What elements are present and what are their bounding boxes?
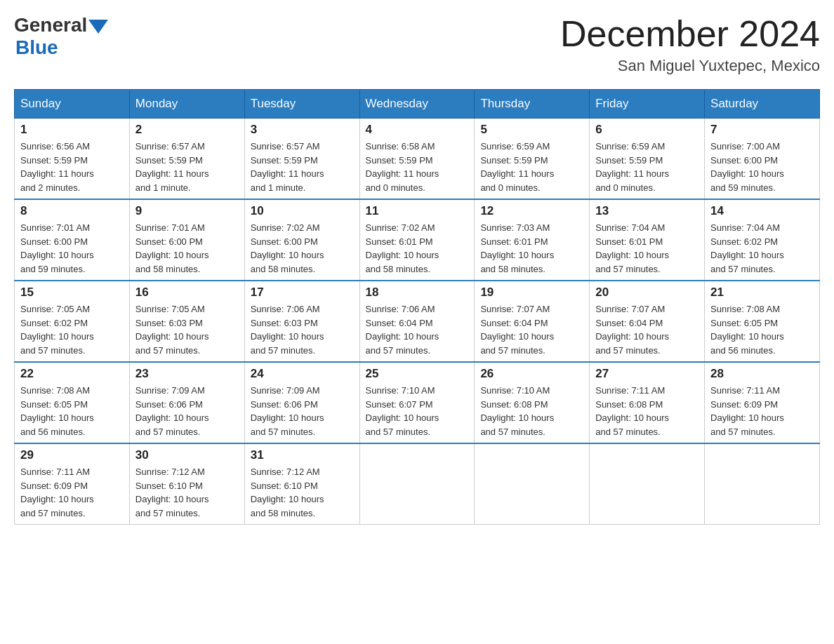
- calendar-cell: 24Sunrise: 7:09 AM Sunset: 6:06 PM Dayli…: [244, 362, 359, 443]
- day-info: Sunrise: 6:58 AM Sunset: 5:59 PM Dayligh…: [366, 140, 469, 194]
- logo: General Blue: [14, 14, 108, 59]
- header-wednesday: Wednesday: [359, 90, 475, 119]
- day-info: Sunrise: 7:03 AM Sunset: 6:01 PM Dayligh…: [480, 221, 583, 276]
- calendar-cell: 2Sunrise: 6:57 AM Sunset: 5:59 PM Daylig…: [129, 119, 244, 200]
- calendar-cell: [359, 443, 475, 525]
- day-info: Sunrise: 7:02 AM Sunset: 6:00 PM Dayligh…: [251, 221, 354, 276]
- day-number: 1: [20, 123, 124, 137]
- calendar-cell: 7Sunrise: 7:00 AM Sunset: 6:00 PM Daylig…: [705, 119, 820, 200]
- day-info: Sunrise: 7:02 AM Sunset: 6:01 PM Dayligh…: [366, 221, 469, 276]
- calendar-cell: [705, 443, 820, 525]
- calendar-cell: 15Sunrise: 7:05 AM Sunset: 6:02 PM Dayli…: [15, 281, 130, 362]
- day-number: 6: [595, 123, 699, 137]
- day-number: 15: [20, 286, 124, 300]
- day-info: Sunrise: 7:10 AM Sunset: 6:07 PM Dayligh…: [366, 384, 469, 438]
- location-title: San Miguel Yuxtepec, Mexico: [560, 57, 820, 75]
- day-number: 10: [251, 204, 354, 218]
- day-info: Sunrise: 7:09 AM Sunset: 6:06 PM Dayligh…: [251, 384, 354, 438]
- day-info: Sunrise: 7:04 AM Sunset: 6:01 PM Dayligh…: [595, 221, 699, 276]
- day-number: 3: [251, 123, 354, 137]
- calendar-cell: 30Sunrise: 7:12 AM Sunset: 6:10 PM Dayli…: [129, 443, 244, 525]
- day-info: Sunrise: 6:59 AM Sunset: 5:59 PM Dayligh…: [595, 140, 699, 194]
- day-info: Sunrise: 7:01 AM Sunset: 6:00 PM Dayligh…: [135, 221, 239, 276]
- day-number: 16: [135, 286, 239, 300]
- calendar-cell: 29Sunrise: 7:11 AM Sunset: 6:09 PM Dayli…: [15, 443, 130, 525]
- calendar-cell: 3Sunrise: 6:57 AM Sunset: 5:59 PM Daylig…: [244, 119, 359, 200]
- day-info: Sunrise: 7:11 AM Sunset: 6:09 PM Dayligh…: [20, 465, 124, 520]
- day-info: Sunrise: 7:11 AM Sunset: 6:08 PM Dayligh…: [595, 384, 699, 438]
- header-thursday: Thursday: [475, 90, 590, 119]
- day-info: Sunrise: 6:57 AM Sunset: 5:59 PM Dayligh…: [135, 140, 239, 194]
- calendar-header-row: Sunday Monday Tuesday Wednesday Thursday…: [15, 90, 820, 119]
- day-info: Sunrise: 7:04 AM Sunset: 6:02 PM Dayligh…: [710, 221, 814, 276]
- calendar-cell: 28Sunrise: 7:11 AM Sunset: 6:09 PM Dayli…: [705, 362, 820, 443]
- day-info: Sunrise: 6:57 AM Sunset: 5:59 PM Dayligh…: [251, 140, 354, 194]
- calendar-cell: 9Sunrise: 7:01 AM Sunset: 6:00 PM Daylig…: [129, 199, 244, 281]
- day-number: 26: [480, 367, 583, 381]
- calendar-cell: 31Sunrise: 7:12 AM Sunset: 6:10 PM Dayli…: [244, 443, 359, 525]
- day-info: Sunrise: 6:59 AM Sunset: 5:59 PM Dayligh…: [480, 140, 583, 194]
- calendar-cell: 16Sunrise: 7:05 AM Sunset: 6:03 PM Dayli…: [129, 281, 244, 362]
- calendar-cell: 12Sunrise: 7:03 AM Sunset: 6:01 PM Dayli…: [475, 199, 590, 281]
- day-info: Sunrise: 7:07 AM Sunset: 6:04 PM Dayligh…: [595, 302, 699, 357]
- day-number: 14: [710, 204, 814, 218]
- day-info: Sunrise: 7:11 AM Sunset: 6:09 PM Dayligh…: [710, 384, 814, 438]
- day-number: 11: [366, 204, 469, 218]
- day-number: 18: [366, 286, 469, 300]
- calendar-cell: 8Sunrise: 7:01 AM Sunset: 6:00 PM Daylig…: [15, 199, 130, 281]
- calendar-week-row: 29Sunrise: 7:11 AM Sunset: 6:09 PM Dayli…: [15, 443, 820, 525]
- day-number: 25: [366, 367, 469, 381]
- day-info: Sunrise: 7:09 AM Sunset: 6:06 PM Dayligh…: [135, 384, 239, 438]
- day-number: 2: [135, 123, 239, 137]
- calendar-cell: 25Sunrise: 7:10 AM Sunset: 6:07 PM Dayli…: [359, 362, 475, 443]
- day-number: 30: [135, 448, 239, 462]
- title-area: December 2024 San Miguel Yuxtepec, Mexic…: [560, 14, 820, 75]
- day-number: 5: [480, 123, 583, 137]
- day-number: 22: [20, 367, 124, 381]
- calendar-week-row: 8Sunrise: 7:01 AM Sunset: 6:00 PM Daylig…: [15, 199, 820, 281]
- day-info: Sunrise: 7:05 AM Sunset: 6:02 PM Dayligh…: [20, 302, 124, 357]
- day-number: 12: [480, 204, 583, 218]
- calendar-cell: [590, 443, 705, 525]
- calendar-table: Sunday Monday Tuesday Wednesday Thursday…: [14, 89, 820, 525]
- day-number: 28: [710, 367, 814, 381]
- day-info: Sunrise: 7:08 AM Sunset: 6:05 PM Dayligh…: [20, 384, 124, 438]
- day-number: 4: [366, 123, 469, 137]
- day-info: Sunrise: 6:56 AM Sunset: 5:59 PM Dayligh…: [20, 140, 124, 194]
- logo-triangle-icon: [88, 20, 108, 34]
- calendar-cell: 1Sunrise: 6:56 AM Sunset: 5:59 PM Daylig…: [15, 119, 130, 200]
- day-number: 23: [135, 367, 239, 381]
- calendar-week-row: 22Sunrise: 7:08 AM Sunset: 6:05 PM Dayli…: [15, 362, 820, 443]
- calendar-cell: 19Sunrise: 7:07 AM Sunset: 6:04 PM Dayli…: [475, 281, 590, 362]
- calendar-cell: 14Sunrise: 7:04 AM Sunset: 6:02 PM Dayli…: [705, 199, 820, 281]
- day-number: 13: [595, 204, 699, 218]
- day-number: 24: [251, 367, 354, 381]
- day-number: 21: [710, 286, 814, 300]
- calendar-cell: 5Sunrise: 6:59 AM Sunset: 5:59 PM Daylig…: [475, 119, 590, 200]
- day-info: Sunrise: 7:08 AM Sunset: 6:05 PM Dayligh…: [710, 302, 814, 357]
- day-info: Sunrise: 7:01 AM Sunset: 6:00 PM Dayligh…: [20, 221, 124, 276]
- calendar-week-row: 15Sunrise: 7:05 AM Sunset: 6:02 PM Dayli…: [15, 281, 820, 362]
- calendar-cell: 13Sunrise: 7:04 AM Sunset: 6:01 PM Dayli…: [590, 199, 705, 281]
- logo-blue-part: [87, 17, 108, 34]
- calendar-cell: 6Sunrise: 6:59 AM Sunset: 5:59 PM Daylig…: [590, 119, 705, 200]
- day-number: 31: [251, 448, 354, 462]
- day-number: 17: [251, 286, 354, 300]
- day-info: Sunrise: 7:12 AM Sunset: 6:10 PM Dayligh…: [135, 465, 239, 520]
- calendar-cell: 22Sunrise: 7:08 AM Sunset: 6:05 PM Dayli…: [15, 362, 130, 443]
- calendar-cell: 21Sunrise: 7:08 AM Sunset: 6:05 PM Dayli…: [705, 281, 820, 362]
- calendar-cell: 27Sunrise: 7:11 AM Sunset: 6:08 PM Dayli…: [590, 362, 705, 443]
- calendar-week-row: 1Sunrise: 6:56 AM Sunset: 5:59 PM Daylig…: [15, 119, 820, 200]
- day-info: Sunrise: 7:07 AM Sunset: 6:04 PM Dayligh…: [480, 302, 583, 357]
- header-tuesday: Tuesday: [244, 90, 359, 119]
- calendar-cell: 20Sunrise: 7:07 AM Sunset: 6:04 PM Dayli…: [590, 281, 705, 362]
- calendar-cell: 4Sunrise: 6:58 AM Sunset: 5:59 PM Daylig…: [359, 119, 475, 200]
- day-info: Sunrise: 7:00 AM Sunset: 6:00 PM Dayligh…: [710, 140, 814, 194]
- calendar-cell: 10Sunrise: 7:02 AM Sunset: 6:00 PM Dayli…: [244, 199, 359, 281]
- day-number: 8: [20, 204, 124, 218]
- logo-general-text: General: [14, 14, 87, 36]
- calendar-cell: 18Sunrise: 7:06 AM Sunset: 6:04 PM Dayli…: [359, 281, 475, 362]
- day-info: Sunrise: 7:06 AM Sunset: 6:03 PM Dayligh…: [251, 302, 354, 357]
- header-sunday: Sunday: [15, 90, 130, 119]
- day-number: 29: [20, 448, 124, 462]
